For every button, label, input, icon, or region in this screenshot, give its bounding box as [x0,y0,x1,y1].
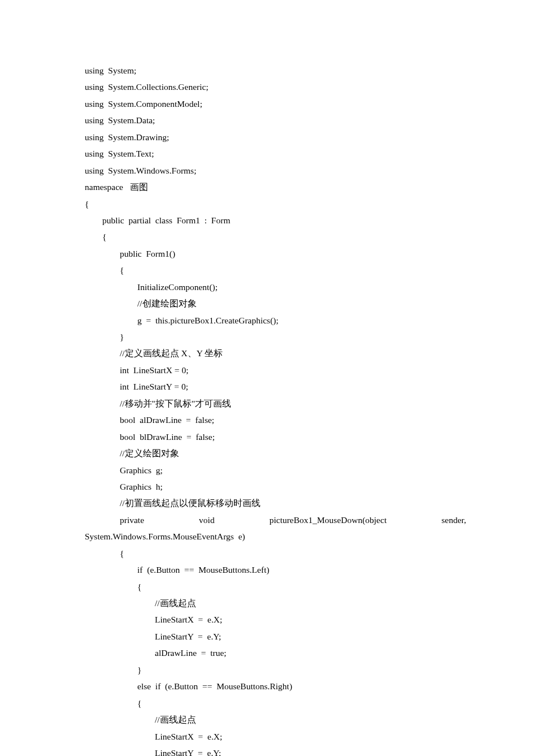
code-line: using System; [85,62,466,79]
code-line: public partial class Form1 : Form [85,212,466,228]
code-line: alDrawLine = true; [85,645,466,661]
code-line: if (e.Button == MouseButtons.Left) [85,561,466,578]
code-line-justified: private void pictureBox1_MouseDown(objec… [85,512,466,528]
code-line: g = this.pictureBox1.CreateGraphics(); [85,312,466,329]
code-line: InitializeComponent(); [85,279,466,295]
code-line: { [85,196,466,212]
code-line: { [85,695,466,711]
code-line: //创建绘图对象 [85,295,466,312]
code-line: Graphics h; [85,478,466,495]
code-line: else if (e.Button == MouseButtons.Right) [85,678,466,694]
code-line: LineStartY = e.Y; [85,628,466,645]
code-token: sender, [441,512,466,528]
code-line: //移动并"按下鼠标"才可画线 [85,395,466,412]
code-line: { [85,228,466,245]
code-line: LineStartY = e.Y; [85,745,466,756]
code-line: } [85,662,466,678]
code-token: void [199,512,215,528]
code-line: using System.Windows.Forms; [85,162,466,179]
code-line: { [85,545,466,561]
code-line: //画线起点 [85,711,466,728]
code-line: LineStartX = e.X; [85,728,466,745]
code-line: //定义绘图对象 [85,445,466,461]
code-line: int LineStartY = 0; [85,378,466,395]
code-line: using System.Data; [85,112,466,128]
document-page: using System; using System.Collections.G… [0,0,534,756]
code-line: LineStartX = e.X; [85,611,466,628]
code-line: System.Windows.Forms.MouseEventArgs e) [85,528,466,545]
code-line: int LineStartX = 0; [85,362,466,378]
code-line: using System.Drawing; [85,129,466,145]
code-line: //定义画线起点 X、Y 坐标 [85,345,466,361]
code-line: using System.Text; [85,145,466,162]
code-line: { [85,578,466,595]
code-token: pictureBox1_MouseDown(object [270,512,387,528]
code-line: using System.ComponentModel; [85,96,466,112]
code-line: Graphics g; [85,462,466,478]
code-line: //初置画线起点以便鼠标移动时画线 [85,495,466,511]
code-token: private [85,512,144,528]
code-line: { [85,262,466,278]
code-line: public Form1() [85,245,466,262]
code-line: using System.Collections.Generic; [85,79,466,95]
code-line: namespace 画图 [85,179,466,195]
code-line: } [85,329,466,345]
code-line: //画线起点 [85,595,466,611]
code-line: bool blDrawLine = false; [85,429,466,445]
code-line: bool alDrawLine = false; [85,412,466,428]
